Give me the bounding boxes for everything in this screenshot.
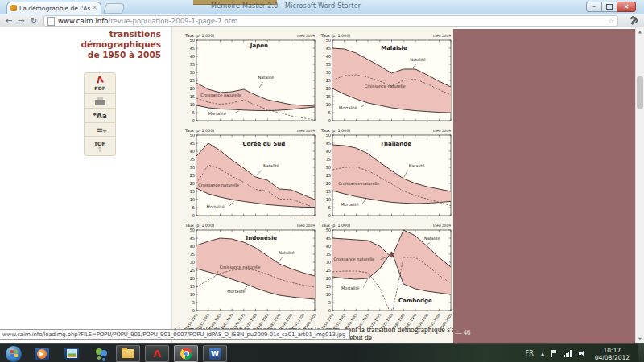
reload-icon[interactable]: ↻ (31, 14, 37, 27)
y-tick-label: 0 (192, 213, 195, 218)
axis-unit-label: Taux (p. 1 000) (184, 34, 214, 38)
clock-time: 10:17 (595, 347, 630, 354)
network-signal-icon[interactable] (564, 350, 572, 357)
series-label: Croissance naturelle (333, 257, 374, 261)
subtitle-line: transitions (48, 29, 161, 39)
font-size-button[interactable]: *Aa (85, 109, 115, 123)
taskbar-word-button[interactable]: W (203, 345, 227, 362)
series-label: Natalité (263, 163, 279, 168)
y-tick-label: 40 (326, 149, 331, 154)
wrench-menu-icon[interactable] (630, 17, 638, 25)
tab-title: La démographie de l'Asie c (19, 5, 90, 12)
chart-tha-lande: Taux (p. 1 000)Ined 20090510152025303540… (320, 125, 454, 224)
start-button[interactable] (6, 346, 22, 362)
y-tick-label: 50 (190, 228, 195, 232)
y-tick-label: 15 (190, 189, 195, 194)
series-label: Croissance naturelle (200, 93, 242, 97)
add-to-list-button[interactable]: ≡+ (85, 123, 115, 137)
y-tick-label: 10 (326, 292, 331, 297)
subtitle-line: de 1950 à 2005 (48, 50, 161, 60)
url-host: www.cairn.info (58, 17, 108, 25)
y-tick-label: 30 (326, 260, 331, 265)
language-indicator[interactable]: FR (526, 350, 534, 357)
taskbar-media-player-icon[interactable]: ▶ (32, 346, 52, 362)
chart-title: Japon (250, 43, 268, 49)
action-center-flag-icon[interactable] (551, 350, 557, 357)
print-button[interactable] (85, 94, 115, 109)
scroll-up-icon[interactable]: ▲ (636, 27, 644, 35)
y-tick-label: 25 (190, 173, 195, 178)
bookmark-star-icon[interactable]: ☆ (608, 17, 614, 25)
restore-icon (606, 4, 613, 10)
y-tick-label: 40 (326, 54, 331, 59)
y-tick-label: 35 (190, 252, 195, 257)
y-tick-label: 20 (190, 86, 195, 91)
series-label: Mortalité (208, 111, 226, 116)
series-label: Natalité (279, 250, 295, 255)
y-tick-label: 0 (328, 118, 331, 123)
taskbar-adobe-reader-button[interactable]: Λ (145, 345, 169, 362)
forward-icon[interactable]: → (18, 14, 24, 27)
address-bar[interactable]: www.cairn.info/revue-population-2009-1-p… (43, 15, 618, 27)
y-tick-label: 40 (326, 244, 331, 249)
arrow-up-icon: ↑ (97, 147, 103, 153)
clock[interactable]: 10:17 04/08/2012 (595, 347, 630, 361)
taskbar-explorer-button[interactable] (116, 345, 140, 362)
axis-unit-label: Taux (p. 1 000) (184, 129, 214, 133)
axis-unit-label: Taux (p. 1 000) (320, 129, 350, 133)
y-tick-label: 35 (326, 157, 331, 162)
folder-icon (122, 349, 134, 358)
add-list-icon: ≡+ (97, 126, 103, 134)
y-tick-label: 10 (326, 102, 331, 107)
browser-tab[interactable]: La démographie de l'Asie c × (6, 2, 101, 14)
series-label: Croissance naturelle (198, 183, 239, 187)
source-label: Ined 2009 (433, 224, 451, 228)
y-tick-label: 5 (328, 205, 331, 210)
chart-cambodge: Taux (p. 1 000)Ined 20090510152025303540… (320, 220, 454, 336)
y-tick-label: 50 (190, 38, 195, 43)
axis-unit-label: Taux (p. 1 000) (320, 224, 350, 228)
y-tick-label: 5 (192, 205, 195, 210)
minimize-button[interactable]: – (586, 2, 602, 12)
y-tick-label: 20 (326, 276, 331, 281)
tab-close-icon[interactable]: × (92, 5, 97, 11)
y-tick-label: 15 (326, 284, 331, 289)
y-tick-label: 45 (326, 236, 331, 241)
series-label: Mortalité (339, 105, 357, 110)
axis-unit-label: Taux (p. 1 000) (184, 224, 214, 228)
y-tick-label: 10 (190, 292, 195, 297)
y-tick-label: 45 (326, 46, 331, 51)
chart-title: Thaïlande (380, 141, 411, 147)
status-bar-tooltip: www.cairn.info/loadimg.php?FILE=POPU/POP… (0, 329, 350, 340)
y-tick-label: 35 (190, 62, 195, 67)
back-icon[interactable]: ← (6, 14, 12, 27)
y-tick-label: 25 (326, 268, 331, 273)
scrollbar[interactable]: ▲ ▼ (635, 27, 644, 343)
close-button[interactable]: × (617, 2, 636, 12)
source-label: Ined 2009 (297, 129, 315, 133)
volume-icon[interactable] (579, 350, 587, 357)
back-to-top-button[interactable]: TOP ↑ (85, 137, 115, 155)
taskbar-messenger-icon[interactable] (92, 346, 111, 362)
restore-button[interactable] (601, 2, 617, 12)
pdf-label: PDF (94, 85, 105, 91)
page-content: transitions démographiques de 1950 à 200… (0, 27, 644, 343)
y-tick-label: 35 (190, 157, 195, 162)
hidden-icons-chevron-icon[interactable]: ▲ (541, 351, 545, 356)
new-tab-button[interactable] (103, 3, 126, 14)
pdf-button[interactable]: Λ PDF (85, 73, 115, 94)
y-tick-label: 15 (326, 189, 331, 194)
y-tick-label: 40 (190, 149, 195, 154)
y-tick-label: 45 (190, 236, 195, 241)
taskbar-photo-app-icon[interactable] (62, 346, 81, 362)
y-tick-label: 30 (326, 70, 331, 75)
page-number: — 46 (455, 328, 470, 336)
y-tick-label: 0 (328, 213, 331, 218)
scrollbar-thumb[interactable] (637, 76, 643, 109)
show-desktop-button[interactable] (638, 344, 644, 362)
y-tick-label: 45 (326, 141, 331, 146)
axis-unit-label: Taux (p. 1 000) (320, 34, 350, 38)
scroll-down-icon[interactable]: ▼ (636, 335, 644, 343)
taskbar-chrome-button[interactable] (174, 345, 198, 362)
y-tick-label: 30 (190, 70, 195, 75)
